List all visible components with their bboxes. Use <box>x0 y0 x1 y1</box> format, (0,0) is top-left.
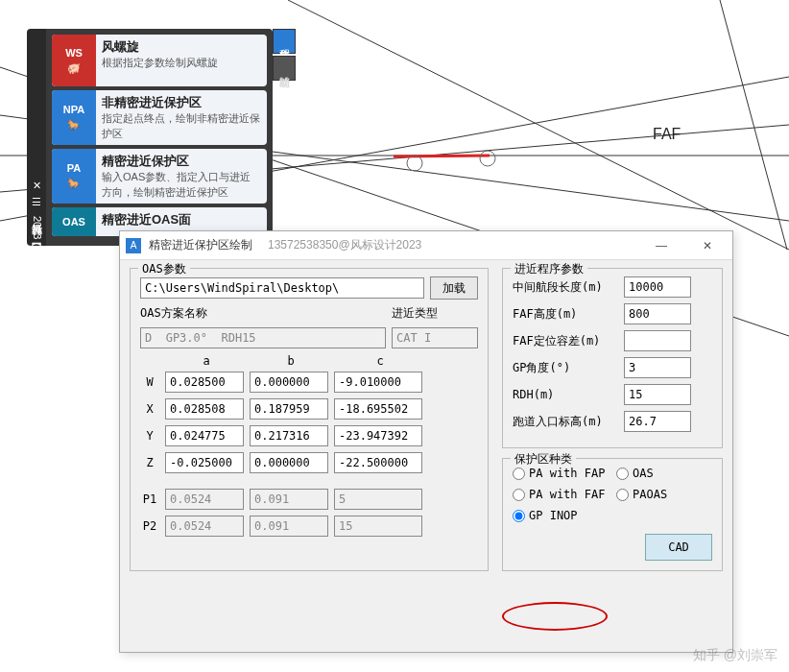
svg-point-9 <box>480 151 495 166</box>
field-label: 中间航段长度(m) <box>513 279 618 296</box>
badge-text: PA <box>67 162 81 174</box>
row-label: Z <box>140 456 159 469</box>
group-title: OAS参数 <box>138 261 190 277</box>
svg-point-8 <box>407 156 422 171</box>
oas-P2-b <box>250 516 328 537</box>
oas-W-c[interactable] <box>334 372 422 393</box>
menu-icon[interactable]: ☰ <box>32 196 41 208</box>
palette-side-tabs: 传统程序 辅助功能 <box>273 29 296 83</box>
precision-approach-dialog: A 精密进近保护区绘制 13572538350@风标设计2023 — ✕ OAS… <box>119 230 733 653</box>
oas-Y-b[interactable] <box>250 425 328 446</box>
item-desc: 根据指定参数绘制风螺旋 <box>102 56 261 70</box>
svg-line-6 <box>720 0 787 250</box>
dialog-subtitle: 13572538350@风标设计2023 <box>268 237 421 253</box>
field-label: FAF定位容差(m) <box>513 333 618 349</box>
radio-label: GP INOP <box>529 509 578 522</box>
tab-aux[interactable]: 辅助功能 <box>273 56 296 81</box>
approach-input[interactable] <box>624 330 691 351</box>
radio-label: PA with FAP <box>529 467 605 480</box>
close-button[interactable]: ✕ <box>688 239 727 252</box>
group-title: 进近程序参数 <box>511 261 587 277</box>
oas-X-c[interactable] <box>334 398 422 420</box>
radio-label: OAS <box>633 467 654 480</box>
oas-X-a[interactable] <box>165 398 244 420</box>
radio-oas[interactable]: OAS <box>616 467 712 480</box>
radio-input[interactable] <box>616 489 629 501</box>
type-label: 进近类型 <box>392 305 478 322</box>
type-value <box>392 327 478 348</box>
approach-input[interactable] <box>624 303 691 324</box>
field-label: FAF高度(m) <box>513 306 618 323</box>
radio-input[interactable] <box>513 468 525 480</box>
animal-icon: 🐎 <box>67 119 81 132</box>
highlight-circle <box>502 602 608 631</box>
palette-list: WS🐖 风螺旋根据指定参数绘制风螺旋 NPA🐎 非精密进近保护区指定起点终点，绘… <box>46 29 273 246</box>
radio-input[interactable] <box>513 510 525 522</box>
dialog-titlebar[interactable]: A 精密进近保护区绘制 13572538350@风标设计2023 — ✕ <box>120 231 732 260</box>
minimize-button[interactable]: — <box>642 239 681 252</box>
radio-paoas[interactable]: PAOAS <box>616 488 712 501</box>
radio-label: PA with FAF <box>529 488 605 501</box>
oas-P1-a <box>165 489 244 510</box>
load-button[interactable]: 加载 <box>430 276 478 300</box>
radio-pa-with-fap[interactable]: PA with FAP <box>513 467 609 480</box>
svg-line-7 <box>394 156 490 156</box>
item-desc: 指定起点终点，绘制非精密进近保护区 <box>102 111 261 141</box>
item-title: 风螺旋 <box>102 38 261 56</box>
animal-icon: 🐎 <box>67 178 81 190</box>
dialog-title-text: 精密进近保护区绘制 <box>149 237 252 253</box>
row-label: X <box>140 402 159 416</box>
tab-traditional[interactable]: 传统程序 <box>273 29 296 54</box>
faf-text: FAF <box>653 126 681 142</box>
radio-gp-inop[interactable]: GP INOP <box>513 509 609 522</box>
row-label: Y <box>140 429 159 443</box>
approach-input[interactable] <box>624 411 691 432</box>
approach-input[interactable] <box>624 276 691 298</box>
oas-P2-c <box>334 516 422 537</box>
field-label: GP角度(°) <box>513 360 618 376</box>
svg-line-5 <box>288 0 789 250</box>
item-title: 非精密进近保护区 <box>102 94 261 111</box>
oas-X-b[interactable] <box>250 398 328 420</box>
item-title: 精密进近保护区 <box>102 153 261 170</box>
oas-W-a[interactable] <box>165 372 244 393</box>
palette-item-npa[interactable]: NPA🐎 非精密进近保护区指定起点终点，绘制非精密进近保护区 <box>52 90 267 145</box>
palette-title: 风标设计2023【社区版】 <box>30 216 44 239</box>
plan-value <box>140 327 386 348</box>
radio-pa-with-faf[interactable]: PA with FAF <box>513 488 609 501</box>
badge-text: OAS <box>62 216 85 228</box>
cad-button[interactable]: CAD <box>645 534 712 561</box>
oas-Z-c[interactable] <box>334 452 422 473</box>
oas-P1-b <box>250 489 328 510</box>
radio-input[interactable] <box>513 489 525 501</box>
plan-label: OAS方案名称 <box>140 305 386 322</box>
oas-params-group: OAS参数 加载 OAS方案名称 进近类型 a b c W X Y <box>130 268 489 571</box>
row-label: P2 <box>140 519 159 533</box>
group-title: 保护区种类 <box>511 451 576 468</box>
app-icon: A <box>126 238 141 253</box>
approach-input[interactable] <box>624 357 691 378</box>
oas-Y-c[interactable] <box>334 425 422 446</box>
row-label: P1 <box>140 492 159 506</box>
protection-type-group: 保护区种类 PA with FAP OAS PA with FAF PAOAS … <box>502 458 723 571</box>
badge-text: NPA <box>63 104 84 115</box>
badge-text: WS <box>65 47 83 59</box>
palette-item-pa[interactable]: PA🐎 精密进近保护区输入OAS参数、指定入口与进近方向，绘制精密进近保护区 <box>52 149 267 204</box>
palette-vertical-bar[interactable]: ✕ ☰ 风标设计2023【社区版】 <box>27 29 46 246</box>
close-icon[interactable]: ✕ <box>32 180 41 192</box>
watermark: 知乎 @刘崇军 <box>693 647 777 664</box>
oas-Z-a[interactable] <box>165 452 244 473</box>
palette-item-ws[interactable]: WS🐖 风螺旋根据指定参数绘制风螺旋 <box>52 35 267 86</box>
radio-input[interactable] <box>616 468 629 480</box>
oas-P2-a <box>165 516 244 537</box>
item-title: 精密进近OAS面 <box>102 211 261 228</box>
field-label: 跑道入口标高(m) <box>513 414 618 430</box>
tool-palette: ✕ ☰ 风标设计2023【社区版】 WS🐖 风螺旋根据指定参数绘制风螺旋 NPA… <box>27 29 273 246</box>
approach-input[interactable] <box>624 384 691 405</box>
oas-path-input[interactable] <box>140 277 424 299</box>
radio-label: PAOAS <box>633 488 667 501</box>
oas-Z-b[interactable] <box>250 452 328 473</box>
oas-Y-a[interactable] <box>165 425 244 446</box>
oas-W-b[interactable] <box>250 372 328 393</box>
field-label: RDH(m) <box>513 388 618 401</box>
